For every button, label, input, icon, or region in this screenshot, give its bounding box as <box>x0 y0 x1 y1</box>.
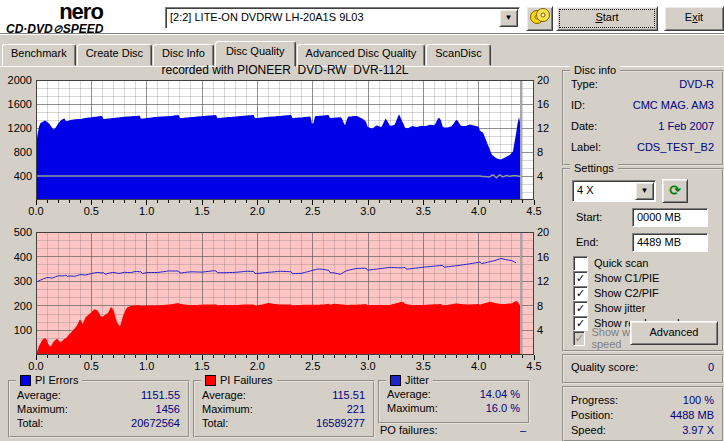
y-axis-tick-label: 1600 <box>2 98 32 110</box>
checkbox-show-jitter[interactable]: ✓Show jitter <box>573 301 645 315</box>
quality-score-value: 0 <box>708 361 714 373</box>
stat-value: 1151.55 <box>141 389 180 401</box>
disc-info-value: DVD-R <box>679 78 714 90</box>
jitter-legend: Jitter <box>386 374 433 386</box>
y-axis-right-tick-label: 20 <box>537 74 559 86</box>
start-input[interactable]: 0000 MB <box>632 208 708 227</box>
nero-logo: nero CD·DVD⊘SPEED <box>6 1 156 35</box>
y-axis-right-tick-label: 20 <box>537 226 559 238</box>
y-axis-tick-label: 2000 <box>2 74 32 86</box>
end-input[interactable]: 4489 MB <box>632 233 708 252</box>
po-failures-row: PO failures: – <box>380 424 526 436</box>
progress-label: Progress: <box>571 394 618 406</box>
stat-value: 14.04 % <box>480 388 520 400</box>
disc-info-legend: Disc info <box>570 64 620 76</box>
exit-button[interactable]: Exit <box>664 6 724 31</box>
checkbox-show-c1-pie[interactable]: ✓Show C1/PIE <box>573 271 659 285</box>
y-axis-right-tick-label: 8 <box>537 300 559 312</box>
logo-line1: nero <box>6 1 156 23</box>
disc-info-label: Type: <box>571 78 598 90</box>
stat-label: Average: <box>17 389 61 401</box>
checkbox-icon: ✓ <box>573 331 585 346</box>
disc-info-label: Date: <box>571 120 597 132</box>
settings-group: Settings 4 X ▼ ⟳ Start: 0000 MB End: 448… <box>562 168 724 352</box>
stat-label: Maximum: <box>202 403 253 415</box>
checkbox-quick-scan[interactable]: Quick scan <box>573 256 648 270</box>
jitter-stats: Jitter Average:14.04 % Maximum:16.0 % <box>378 380 530 424</box>
chevron-down-icon[interactable]: ▼ <box>635 182 654 200</box>
stat-label: Total: <box>17 417 43 429</box>
progress-value: 100 % <box>683 394 714 406</box>
pi-errors-legend: PI Errors <box>16 374 82 386</box>
speed-value: 3.97 X <box>682 424 714 436</box>
stat-value: 20672564 <box>131 417 180 429</box>
disc-info-value: CDS_TEST_B2 <box>637 141 714 153</box>
y-axis-tick-label: 1200 <box>2 122 32 134</box>
y-axis-right-tick-label: 16 <box>537 251 559 263</box>
stat-label: Average: <box>387 388 431 400</box>
y-axis-tick-label: 500 <box>2 226 32 238</box>
y-axis-tick-label: 800 <box>2 146 32 158</box>
pi-errors-chart: 200016001200800400201612840.00.51.01.52.… <box>0 80 556 220</box>
refresh-button[interactable]: ⟳ <box>662 179 688 203</box>
chart-title: recorded with PIONEER DVD-RW DVR-112L <box>36 63 534 77</box>
app-window: nero CD·DVD⊘SPEED [2:2] LITE-ON DVDRW LH… <box>0 0 724 441</box>
y-axis-right-tick-label: 16 <box>537 98 559 110</box>
y-axis-tick-label: 200 <box>2 300 32 312</box>
toolbar: nero CD·DVD⊘SPEED [2:2] LITE-ON DVDRW LH… <box>0 0 724 33</box>
disc-info-label: Label: <box>571 141 601 153</box>
stat-value: 16.0 % <box>486 402 520 414</box>
y-axis-right-tick-label: 4 <box>537 170 559 182</box>
y-axis-tick-label: 400 <box>2 251 32 263</box>
discs-icon <box>529 7 550 26</box>
start-button[interactable]: Start <box>556 6 658 31</box>
refresh-icon: ⟳ <box>669 182 681 198</box>
jitter-swatch <box>390 375 401 386</box>
advanced-button[interactable]: Advanced <box>630 321 718 345</box>
quality-score-box: Quality score:0 <box>562 354 724 384</box>
pi-failures-jitter-chart: 500400300200100201612840.00.51.01.52.02.… <box>0 232 556 372</box>
end-label: End: <box>576 236 599 248</box>
disc-info-value: CMC MAG. AM3 <box>633 99 714 111</box>
stat-label: Maximum: <box>387 402 438 414</box>
divider <box>0 33 724 35</box>
checkbox-icon <box>573 256 588 271</box>
speed-select-value: 4 X <box>577 184 594 196</box>
discs-button[interactable] <box>526 6 553 31</box>
y-axis-right-tick-label: 8 <box>537 146 559 158</box>
quality-score-label: Quality score: <box>571 361 638 373</box>
pi-errors-stats: PI Errors Average:1151.55 Maximum:1456 T… <box>8 380 190 438</box>
position-label: Position: <box>571 409 613 421</box>
stat-value: 16589277 <box>316 417 365 429</box>
y-axis-tick-label: 100 <box>2 324 32 336</box>
pi-failures-swatch <box>205 375 216 386</box>
po-failures-value: – <box>520 424 526 436</box>
speed-label: Speed: <box>571 424 606 436</box>
disc-info-group: Disc info Type:DVD-R ID:CMC MAG. AM3 Dat… <box>562 70 724 166</box>
stat-value: 115.51 <box>332 389 365 401</box>
y-axis-tick-label: 300 <box>2 275 32 287</box>
drive-select-value: [2:2] LITE-ON DVDRW LH-20A1S 9L03 <box>170 11 364 23</box>
pi-errors-swatch <box>20 375 31 386</box>
checkbox-icon: ✓ <box>573 271 588 286</box>
chart-plot <box>36 80 536 207</box>
stat-label: Average: <box>202 389 246 401</box>
start-label: Start: <box>576 211 602 223</box>
checkbox-icon: ✓ <box>573 286 588 301</box>
position-value: 4488 MB <box>670 409 714 421</box>
drive-select[interactable]: [2:2] LITE-ON DVDRW LH-20A1S 9L03 ▼ <box>165 7 520 29</box>
y-axis-right-tick-label: 4 <box>537 324 559 336</box>
pi-failures-legend: PI Failures <box>201 374 277 386</box>
stat-value: 1456 <box>156 403 180 415</box>
chart-plot <box>36 232 536 362</box>
settings-legend: Settings <box>570 162 618 174</box>
stat-value: 221 <box>347 403 365 415</box>
checkbox-icon: ✓ <box>573 301 588 316</box>
y-axis-tick-label: 400 <box>2 170 32 182</box>
y-axis-right-tick-label: 12 <box>537 275 559 287</box>
stat-label: Total: <box>202 417 228 429</box>
speed-select[interactable]: 4 X ▼ <box>572 180 656 202</box>
checkbox-show-c2-pif[interactable]: ✓Show C2/PIF <box>573 286 659 300</box>
chevron-down-icon[interactable]: ▼ <box>499 9 518 27</box>
pi-failures-stats: PI Failures Average:115.51 Maximum:221 T… <box>193 380 375 438</box>
